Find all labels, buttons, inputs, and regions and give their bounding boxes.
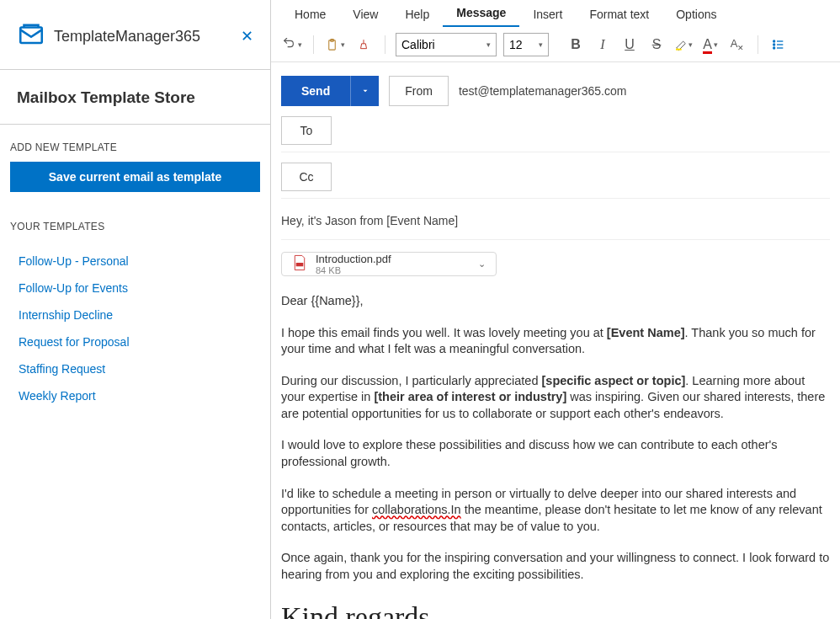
font-name: Calibri bbox=[401, 38, 435, 51]
text-format-group: B I U S ▾ A ▾ A✕ bbox=[566, 35, 789, 55]
to-row: To bbox=[281, 116, 830, 152]
app-logo-icon bbox=[17, 20, 45, 52]
paragraph-2: During our discussion, I particularly ap… bbox=[281, 373, 830, 423]
your-templates-label: YOUR TEMPLATES bbox=[0, 192, 270, 241]
message-header: Send From test@templatemanager365.com To… bbox=[271, 62, 840, 240]
strikethrough-button[interactable]: S bbox=[646, 35, 667, 55]
greeting: Dear {{Name}}, bbox=[281, 293, 830, 310]
tab-format-text[interactable]: Format text bbox=[576, 2, 662, 27]
tab-home[interactable]: Home bbox=[281, 2, 339, 27]
svg-point-4 bbox=[774, 40, 775, 42]
send-dropdown-button[interactable] bbox=[350, 76, 379, 106]
to-button[interactable]: To bbox=[281, 116, 332, 145]
highlight-button[interactable]: ▾ bbox=[673, 35, 694, 55]
formatting-toolbar: ▾ ▾ Calibri ▾ 12 ▾ B I U S ▾ bbox=[271, 28, 840, 62]
paragraph-4: I'd like to schedule a meeting in person… bbox=[281, 486, 830, 536]
subject-field[interactable]: Hey, it's Jason from [Event Name] bbox=[281, 209, 830, 240]
attachment-size: 84 KB bbox=[316, 265, 391, 275]
paragraph-5: Once again, thank you for the inspiring … bbox=[281, 550, 830, 583]
svg-rect-0 bbox=[20, 28, 42, 43]
underline-button[interactable]: U bbox=[619, 35, 640, 55]
tab-options[interactable]: Options bbox=[662, 2, 730, 27]
tab-help[interactable]: Help bbox=[391, 2, 443, 27]
template-item[interactable]: Internship Decline bbox=[19, 301, 252, 328]
svg-point-6 bbox=[774, 44, 775, 45]
from-button[interactable]: From bbox=[389, 76, 449, 106]
template-item[interactable]: Follow-Up for Events bbox=[19, 275, 252, 301]
main-content: Home View Help Message Insert Format tex… bbox=[271, 0, 840, 619]
font-size-select[interactable]: 12 ▾ bbox=[503, 33, 549, 56]
email-body[interactable]: Dear {{Name}}, I hope this email finds y… bbox=[271, 288, 840, 619]
sidebar: TemplateManager365 ✕ Mailbox Template St… bbox=[0, 0, 271, 619]
template-item[interactable]: Staffing Request bbox=[19, 355, 252, 382]
pdf-icon bbox=[292, 254, 307, 275]
tab-message[interactable]: Message bbox=[443, 0, 519, 27]
font-select[interactable]: Calibri ▾ bbox=[396, 33, 497, 56]
font-size: 12 bbox=[509, 38, 523, 51]
sidebar-title: Mailbox Template Store bbox=[0, 70, 270, 125]
undo-button[interactable]: ▾ bbox=[281, 33, 303, 56]
paste-button[interactable]: ▾ bbox=[324, 33, 346, 56]
font-color-button[interactable]: A ▾ bbox=[700, 35, 720, 55]
svg-rect-10 bbox=[296, 263, 304, 266]
bullet-list-button[interactable] bbox=[768, 35, 789, 55]
format-painter-button[interactable] bbox=[353, 33, 375, 56]
chevron-down-icon[interactable]: ⌄ bbox=[478, 259, 486, 269]
separator bbox=[385, 35, 385, 54]
template-item[interactable]: Weekly Report bbox=[19, 382, 252, 409]
tab-insert[interactable]: Insert bbox=[519, 2, 576, 27]
close-icon[interactable]: ✕ bbox=[241, 27, 253, 45]
template-item[interactable]: Follow-Up - Personal bbox=[19, 248, 252, 275]
from-email: test@templatemanager365.com bbox=[459, 84, 626, 98]
template-item[interactable]: Request for Proposal bbox=[19, 328, 252, 355]
attachment-chip[interactable]: Introduction.pdf 84 KB ⌄ bbox=[281, 252, 497, 276]
italic-button[interactable]: I bbox=[593, 35, 613, 55]
paragraph-3: I would love to explore these possibilit… bbox=[281, 437, 830, 470]
paragraph-1: I hope this email finds you well. It was… bbox=[281, 325, 830, 358]
separator bbox=[758, 35, 758, 54]
cc-row: Cc bbox=[281, 163, 830, 199]
svg-point-8 bbox=[774, 47, 775, 49]
app-name: TemplateManager365 bbox=[54, 28, 200, 45]
separator bbox=[313, 35, 314, 54]
add-template-label: ADD NEW TEMPLATE bbox=[0, 125, 270, 162]
tab-view[interactable]: View bbox=[339, 2, 391, 27]
attachment-name: Introduction.pdf bbox=[316, 253, 391, 265]
template-list: Follow-Up - Personal Follow-Up for Event… bbox=[0, 241, 270, 416]
sidebar-header: TemplateManager365 ✕ bbox=[0, 0, 270, 70]
logo: TemplateManager365 bbox=[17, 20, 200, 52]
svg-rect-3 bbox=[676, 49, 682, 51]
clear-format-button[interactable]: A✕ bbox=[727, 35, 747, 55]
save-template-button[interactable]: Save current email as template bbox=[10, 162, 260, 192]
send-row: Send From test@templatemanager365.com bbox=[281, 76, 830, 106]
cc-button[interactable]: Cc bbox=[281, 163, 332, 191]
bold-button[interactable]: B bbox=[566, 35, 586, 55]
ribbon-tabs: Home View Help Message Insert Format tex… bbox=[271, 0, 840, 28]
signature: Kind regards, bbox=[281, 598, 830, 619]
send-button[interactable]: Send bbox=[281, 76, 350, 106]
